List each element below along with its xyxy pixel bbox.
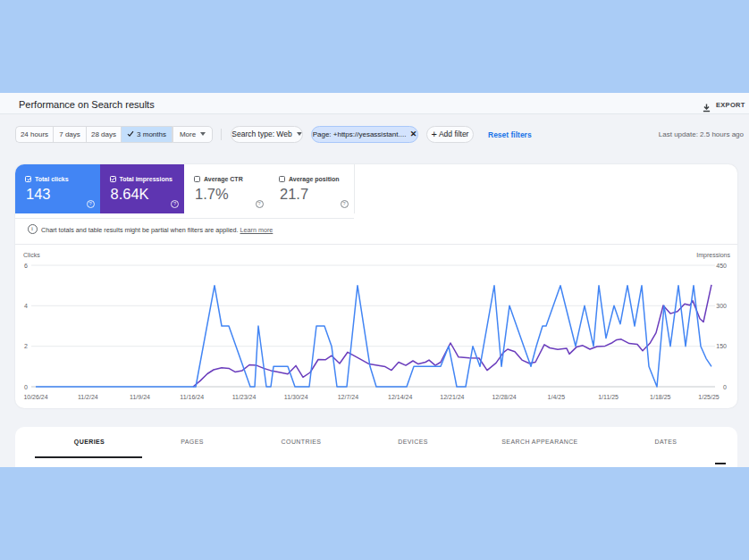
svg-text:10/26/24: 10/26/24 <box>23 394 47 400</box>
svg-text:Clicks: Clicks <box>23 252 40 258</box>
svg-text:1/18/25: 1/18/25 <box>650 394 670 400</box>
svg-text:12/21/24: 12/21/24 <box>440 394 464 400</box>
svg-text:1/4/25: 1/4/25 <box>548 394 566 400</box>
svg-text:Impressions: Impressions <box>696 252 730 259</box>
svg-text:11/9/24: 11/9/24 <box>130 394 150 400</box>
svg-text:1/11/25: 1/11/25 <box>598 394 619 400</box>
svg-text:12/7/24: 12/7/24 <box>338 394 358 400</box>
svg-text:1/25/25: 1/25/25 <box>698 394 719 400</box>
svg-text:0: 0 <box>24 384 28 390</box>
svg-text:12/14/24: 12/14/24 <box>388 394 412 400</box>
svg-text:11/16/24: 11/16/24 <box>180 394 204 400</box>
svg-text:6: 6 <box>24 263 28 269</box>
svg-text:0: 0 <box>723 384 727 390</box>
svg-text:300: 300 <box>716 303 727 309</box>
svg-text:11/2/24: 11/2/24 <box>78 394 98 400</box>
svg-text:12/28/24: 12/28/24 <box>492 394 516 400</box>
svg-text:2: 2 <box>24 343 28 349</box>
svg-text:150: 150 <box>716 343 727 349</box>
svg-text:450: 450 <box>716 263 727 269</box>
svg-text:11/23/24: 11/23/24 <box>232 394 257 400</box>
svg-text:11/30/24: 11/30/24 <box>284 394 308 400</box>
svg-text:4: 4 <box>24 303 28 309</box>
